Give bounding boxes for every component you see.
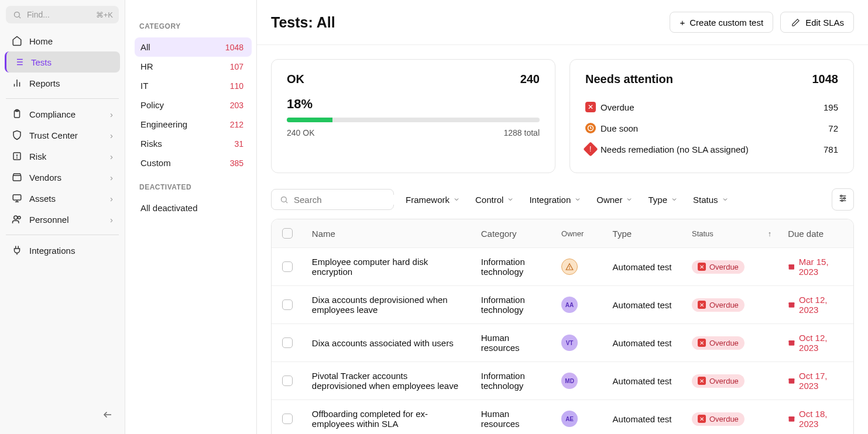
filter-status[interactable]: Status bbox=[693, 195, 729, 205]
filter-owner[interactable]: Owner bbox=[596, 195, 633, 205]
alert-icon bbox=[12, 151, 22, 161]
row-checkbox[interactable] bbox=[282, 414, 293, 424]
row-checkbox[interactable] bbox=[282, 376, 293, 386]
nav-assets[interactable]: Assets › bbox=[0, 188, 125, 209]
select-all-checkbox[interactable] bbox=[282, 228, 293, 239]
table-header-row: Name Category Owner Type Status ↑ Due da… bbox=[272, 219, 853, 248]
nav-vendors[interactable]: Vendors › bbox=[0, 167, 125, 188]
chevron-right-icon: › bbox=[110, 130, 113, 140]
nav-risk[interactable]: Risk › bbox=[0, 146, 125, 167]
table-row[interactable]: Pivotal Tracker accounts deprovisioned w… bbox=[272, 362, 853, 400]
chart-icon bbox=[12, 78, 22, 88]
attention-value: 781 bbox=[824, 144, 838, 154]
search-icon bbox=[12, 9, 22, 20]
topbar: Tests: All + Create custom test Edit SLA… bbox=[257, 0, 868, 45]
page-title: Tests: All bbox=[271, 14, 335, 31]
svg-line-1 bbox=[19, 16, 20, 18]
svg-point-31 bbox=[841, 200, 843, 202]
nav-label: Assets bbox=[29, 194, 56, 204]
attention-count: 1048 bbox=[812, 73, 839, 86]
table-row[interactable]: Dixa accounts associated with usersHuman… bbox=[272, 324, 853, 362]
table-row[interactable]: Dixa accounts deprovisioned when employe… bbox=[272, 286, 853, 324]
status-badge: ✕Overdue bbox=[692, 412, 745, 426]
filter-label: Integration bbox=[529, 195, 571, 205]
table-row[interactable]: Offboarding completed for ex-employees w… bbox=[272, 400, 853, 434]
nav-home[interactable]: Home bbox=[0, 30, 125, 51]
deactivated-all[interactable]: All deactivated bbox=[135, 198, 252, 218]
col-name[interactable]: Name bbox=[304, 220, 473, 247]
row-checkbox[interactable] bbox=[282, 261, 293, 272]
ok-title: OK bbox=[287, 73, 304, 86]
filter-integration[interactable]: Integration bbox=[529, 195, 581, 205]
svg-rect-37 bbox=[789, 302, 795, 304]
table-search[interactable] bbox=[271, 189, 394, 210]
nav-integrations[interactable]: Integrations bbox=[0, 240, 125, 261]
attention-card: Needs attention 1048 ✕Overdue195Due soon… bbox=[569, 59, 854, 173]
category-header: CATEGORY bbox=[139, 22, 252, 30]
category-label: Custom bbox=[140, 158, 171, 168]
svg-rect-41 bbox=[789, 378, 795, 380]
category-item[interactable]: Risks31 bbox=[135, 134, 252, 153]
test-owner: AE bbox=[553, 402, 604, 434]
test-type: Automated test bbox=[605, 329, 684, 357]
attention-row: ✕Overdue195 bbox=[585, 97, 838, 118]
pencil-icon bbox=[790, 17, 801, 27]
nav-divider bbox=[6, 98, 119, 99]
svg-rect-35 bbox=[789, 264, 794, 266]
row-checkbox[interactable] bbox=[282, 337, 293, 348]
status-badge: ✕Overdue bbox=[692, 336, 745, 350]
category-label: Engineering bbox=[140, 119, 187, 129]
create-custom-test-button[interactable]: + Create custom test bbox=[670, 12, 773, 33]
button-label: Edit SLAs bbox=[805, 18, 844, 27]
category-count: 107 bbox=[230, 62, 243, 71]
test-owner bbox=[553, 250, 604, 284]
nav-label: Tests bbox=[31, 57, 52, 67]
edit-slas-button[interactable]: Edit SLAs bbox=[780, 12, 854, 33]
nav-compliance[interactable]: Compliance › bbox=[0, 104, 125, 125]
col-owner[interactable]: Owner bbox=[553, 221, 604, 247]
svg-point-24 bbox=[281, 197, 286, 202]
sidebar: Find... ⌘+K Home Tests Reports Complianc… bbox=[0, 0, 125, 434]
nav-label: Vendors bbox=[29, 173, 61, 182]
chevron-right-icon: › bbox=[110, 151, 113, 161]
attention-row: !Needs remediation (no SLA assigned)781 bbox=[585, 139, 838, 160]
row-checkbox[interactable] bbox=[282, 299, 293, 310]
chevron-right-icon: › bbox=[110, 173, 113, 182]
category-item[interactable]: Engineering212 bbox=[135, 115, 252, 134]
col-status[interactable]: Status ↑ bbox=[684, 221, 780, 247]
filter-control[interactable]: Control bbox=[475, 195, 514, 205]
search-field[interactable] bbox=[294, 195, 405, 205]
category-item[interactable]: Policy203 bbox=[135, 95, 252, 115]
nav-label: Risk bbox=[29, 151, 46, 161]
col-type[interactable]: Type bbox=[605, 220, 684, 247]
table-settings-button[interactable] bbox=[832, 188, 854, 211]
diamond-alert-icon: ! bbox=[583, 142, 598, 156]
filter-framework[interactable]: Framework bbox=[406, 195, 460, 205]
ok-label: 240 OK bbox=[287, 128, 314, 137]
category-item[interactable]: HR107 bbox=[135, 57, 252, 76]
collapse-sidebar-button[interactable] bbox=[0, 404, 125, 428]
col-category[interactable]: Category bbox=[473, 220, 553, 247]
svg-rect-17 bbox=[13, 195, 21, 200]
search-placeholder: Find... bbox=[27, 10, 50, 19]
category-item[interactable]: Custom385 bbox=[135, 153, 252, 173]
filter-type[interactable]: Type bbox=[648, 195, 678, 205]
category-item[interactable]: All1048 bbox=[135, 37, 252, 57]
test-owner: VT bbox=[553, 326, 604, 360]
filter-label: Type bbox=[648, 195, 667, 205]
category-item[interactable]: IT110 bbox=[135, 76, 252, 95]
attention-row: Due soon72 bbox=[585, 118, 838, 139]
attention-label: Due soon bbox=[601, 123, 638, 133]
nav-trust-center[interactable]: Trust Center › bbox=[0, 125, 125, 146]
global-search[interactable]: Find... ⌘+K bbox=[6, 6, 119, 23]
svg-point-33 bbox=[569, 268, 570, 269]
nav-tests[interactable]: Tests bbox=[5, 51, 120, 73]
nav-personnel[interactable]: Personnel › bbox=[0, 209, 125, 230]
col-due[interactable]: Due date bbox=[780, 220, 853, 247]
category-count: 203 bbox=[230, 101, 243, 110]
filter-label: Framework bbox=[406, 195, 450, 205]
test-category: Information technology bbox=[473, 248, 553, 285]
nav-reports[interactable]: Reports bbox=[0, 73, 125, 94]
svg-rect-39 bbox=[789, 340, 795, 342]
table-row[interactable]: Employee computer hard disk encryptionIn… bbox=[272, 248, 853, 286]
